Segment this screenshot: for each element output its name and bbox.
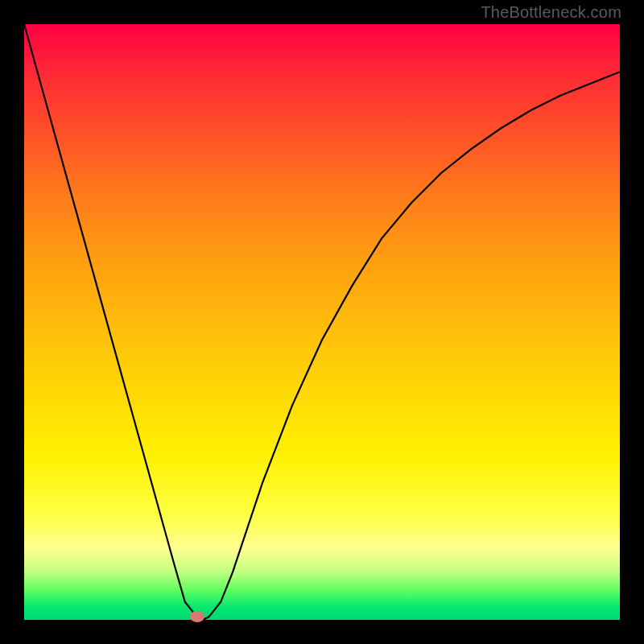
min-point-marker <box>190 611 204 622</box>
plot-area <box>24 24 620 620</box>
bottleneck-curve <box>24 24 620 620</box>
attribution-text: TheBottleneck.com <box>481 3 621 22</box>
chart-container: TheBottleneck.com <box>0 0 644 644</box>
curve-svg <box>24 24 620 620</box>
